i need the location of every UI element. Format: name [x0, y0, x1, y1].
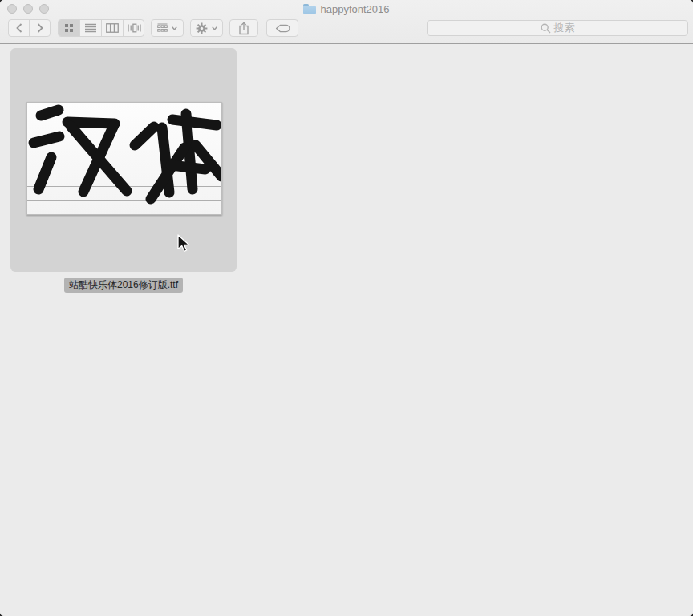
back-chevron-icon: [16, 23, 22, 33]
file-item-selected[interactable]: 站酷快乐体2016修订版.ttf: [10, 48, 237, 272]
list-view-icon: [85, 23, 96, 33]
search-placeholder: 搜索: [554, 21, 575, 35]
chevron-down-icon: [172, 26, 177, 30]
folder-contents: 站酷快乐体2016修订版.ttf: [0, 45, 693, 616]
view-list-segment[interactable]: [80, 20, 102, 36]
share-icon: [237, 22, 250, 35]
forward-chevron-icon: [37, 23, 43, 33]
history-nav-group: [8, 19, 51, 37]
gear-icon: [196, 22, 208, 34]
share-button[interactable]: [229, 19, 258, 37]
view-mode-control: [58, 19, 144, 37]
window-title-area: happyfont2016: [0, 0, 693, 18]
font-file-thumbnail[interactable]: [26, 102, 222, 215]
search-input[interactable]: 搜索: [427, 20, 688, 36]
action-button[interactable]: [190, 19, 223, 37]
chevron-down-icon: [212, 26, 217, 30]
file-name-text: 站酷快乐体2016修订版.ttf: [64, 278, 183, 293]
finder-window: happyfont2016: [0, 0, 693, 616]
tag-button[interactable]: [266, 19, 298, 37]
arrange-icon: [157, 23, 168, 33]
view-column-segment[interactable]: [102, 20, 124, 36]
search-icon: [541, 23, 551, 34]
tag-icon: [275, 24, 290, 33]
title-bar: happyfont2016: [0, 0, 693, 18]
back-button[interactable]: [9, 20, 30, 36]
window-chrome: happyfont2016: [0, 0, 693, 44]
coverflow-view-icon: [128, 23, 141, 33]
font-preview-glyphs: [27, 103, 221, 214]
view-coverflow-segment[interactable]: [124, 20, 144, 36]
file-name-label[interactable]: 站酷快乐体2016修订版.ttf: [10, 277, 237, 293]
arrange-button[interactable]: [151, 19, 184, 37]
window-title: happyfont2016: [320, 3, 389, 15]
folder-proxy-icon[interactable]: [303, 4, 316, 14]
icon-view-icon: [64, 23, 74, 33]
column-view-icon: [106, 23, 119, 33]
view-icon-segment[interactable]: [59, 20, 80, 36]
forward-button[interactable]: [30, 20, 50, 36]
